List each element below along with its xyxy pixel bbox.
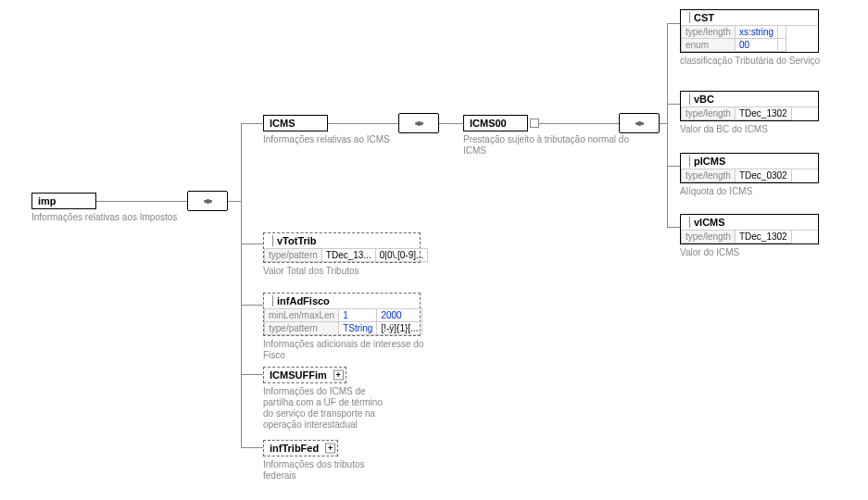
node-vtottrib-desc: Valor Total dos Tributos <box>263 266 421 277</box>
node-picms-label: pICMS <box>694 156 725 167</box>
node-infadfisco-label: infAdFisco <box>277 295 330 306</box>
node-vtottrib-label: vTotTrib <box>277 235 317 246</box>
attr-val: TDec_13... <box>321 249 375 262</box>
attr-val: xs:string <box>735 26 777 39</box>
indicator-icon <box>686 94 690 105</box>
attr-val: TDec_1302 <box>735 107 791 120</box>
sequence-icon[interactable]: ••• <box>187 191 228 211</box>
node-icms00[interactable]: ICMS00 <box>463 115 528 131</box>
node-picms[interactable]: pICMS type/lengthTDec_0302 <box>680 153 819 183</box>
attr-key: type/length <box>682 169 736 182</box>
node-vicms-label: vICMS <box>694 217 725 228</box>
attr-val: TString <box>339 322 377 335</box>
attr-key: type/length <box>682 107 736 120</box>
node-inftribfed-desc: Informações dos tributos federais <box>263 459 384 481</box>
node-vbc[interactable]: vBC type/lengthTDec_1302 <box>680 91 819 121</box>
node-icmsuffim-label: ICMSUFFim <box>270 369 327 381</box>
attr-val: 0|0\.[0-9]... <box>375 249 428 262</box>
attr-key: enum <box>682 39 736 52</box>
attr-key: type/pattern <box>265 322 339 335</box>
expand-icon[interactable]: + <box>325 444 335 454</box>
node-imp-desc: Informações relativas aos Impostos <box>31 212 177 223</box>
node-imp-label: imp <box>38 195 57 206</box>
indicator-icon <box>270 295 273 306</box>
sequence-icon[interactable]: ••• <box>619 113 660 133</box>
node-icms-desc: Informações relativas ao ICMS <box>263 134 390 145</box>
node-inftribfed[interactable]: infTribFed + <box>263 440 338 456</box>
attr-key: type/length <box>682 26 736 39</box>
node-vicms[interactable]: vICMS type/lengthTDec_1302 <box>680 214 819 244</box>
node-icmsuffim[interactable]: ICMSUFFim + <box>263 367 346 383</box>
node-icms-label: ICMS <box>270 118 296 129</box>
node-inftribfed-label: infTribFed <box>270 443 319 454</box>
attr-key: minLen/maxLen <box>265 309 339 322</box>
node-icms[interactable]: ICMS <box>263 115 328 131</box>
node-vbc-desc: Valor da BC do ICMS <box>680 124 819 135</box>
indicator-icon <box>686 156 690 167</box>
expand-icon[interactable]: + <box>333 370 344 381</box>
node-vtottrib[interactable]: vTotTrib type/pattern TDec_13... 0|0\.[0… <box>263 232 421 263</box>
node-cst[interactable]: CST type/lengthxs:string enum00 <box>680 9 819 53</box>
attr-val: TDec_0302 <box>735 169 791 182</box>
node-picms-desc: Alíquota do ICMS <box>680 186 819 197</box>
indicator-icon <box>686 12 690 23</box>
attr-val: [!-ÿ]{1}[... <box>377 322 422 335</box>
node-icms00-desc: Prestação sujeito à tributação normal do… <box>463 134 648 156</box>
attr-key: type/pattern <box>265 249 322 262</box>
node-infadfisco-desc: Informações adicionais de interesse do F… <box>263 339 430 361</box>
node-icmsuffim-desc: Informações do ICMS de partilha com a UF… <box>263 386 384 431</box>
indicator-icon <box>270 235 273 246</box>
node-infadfisco[interactable]: infAdFisco minLen/maxLen 1 2000 type/pat… <box>263 293 421 336</box>
node-imp[interactable]: imp <box>31 193 96 209</box>
node-cst-desc: classificação Tributária do Serviço <box>680 56 820 67</box>
attr-key: type/length <box>682 231 736 244</box>
node-vicms-desc: Valor do ICMS <box>680 247 819 258</box>
node-vbc-label: vBC <box>694 94 714 105</box>
attr-val: TDec_1302 <box>735 231 791 244</box>
choice-icon[interactable]: ••• <box>398 113 439 133</box>
node-cst-label: CST <box>694 12 714 23</box>
attr-val: 00 <box>735 39 777 52</box>
attr-val: 2000 <box>377 309 422 322</box>
indicator-icon <box>686 217 690 228</box>
attr-val: 1 <box>339 309 377 322</box>
node-icms00-label: ICMS00 <box>470 118 507 129</box>
